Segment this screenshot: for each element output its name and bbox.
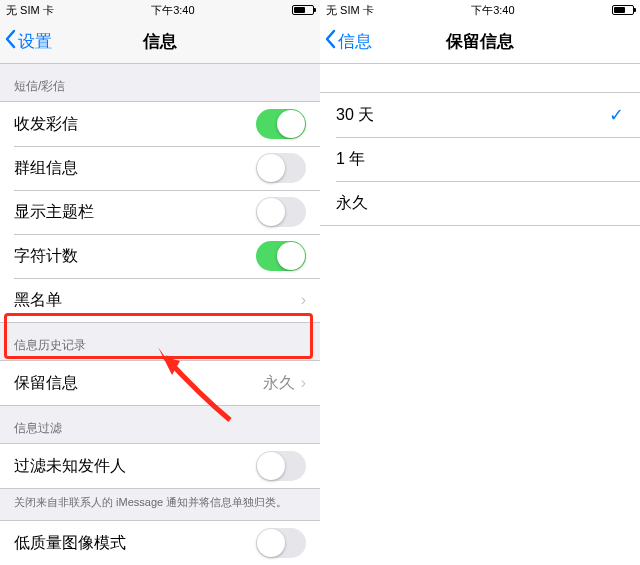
nav-bar: 设置 信息 (0, 20, 320, 64)
toggle[interactable] (256, 109, 306, 139)
carrier-text: 无 SIM 卡 (326, 3, 374, 18)
carrier-text: 无 SIM 卡 (6, 3, 54, 18)
cell-filter-unknown[interactable]: 过滤未知发件人 (0, 444, 320, 488)
cell-lowquality[interactable]: 低质量图像模式 (0, 521, 320, 565)
battery-indicator (292, 5, 314, 15)
toggle[interactable] (256, 153, 306, 183)
cell-subject[interactable]: 显示主题栏 (0, 190, 320, 234)
section-footer-filter: 关闭来自非联系人的 iMessage 通知并将信息单独归类。 (0, 489, 320, 520)
option-label: 1 年 (336, 149, 365, 170)
cell-group-sms: 收发彩信 群组信息 显示主题栏 字符计数 黑名单 › (0, 101, 320, 323)
time-text: 下午3:40 (471, 3, 514, 18)
toggle[interactable] (256, 197, 306, 227)
option-label: 永久 (336, 193, 368, 214)
cell-label: 字符计数 (14, 246, 78, 267)
chevron-left-icon (4, 29, 16, 54)
cell-blocklist[interactable]: 黑名单 › (0, 278, 320, 322)
option-label: 30 天 (336, 105, 374, 126)
time-text: 下午3:40 (151, 3, 194, 18)
nav-bar: 信息 保留信息 (320, 20, 640, 64)
back-label: 信息 (338, 30, 372, 53)
cell-group-msg[interactable]: 群组信息 (0, 146, 320, 190)
section-header-sms: 短信/彩信 (0, 64, 320, 101)
status-bar: 无 SIM 卡 下午3:40 (0, 0, 320, 20)
cell-label: 过滤未知发件人 (14, 456, 126, 477)
cell-charcount[interactable]: 字符计数 (0, 234, 320, 278)
cell-label: 群组信息 (14, 158, 78, 179)
cell-value: 永久 (263, 373, 295, 394)
back-button[interactable]: 设置 (0, 29, 52, 54)
cell-label: 收发彩信 (14, 114, 78, 135)
option-group: 30 天 ✓ 1 年 永久 (320, 92, 640, 226)
battery-indicator (612, 5, 634, 15)
cell-label: 显示主题栏 (14, 202, 94, 223)
checkmark-icon: ✓ (609, 104, 624, 126)
cell-label: 保留信息 (14, 373, 78, 394)
toggle[interactable] (256, 241, 306, 271)
chevron-left-icon (324, 29, 336, 54)
section-header-filter: 信息过滤 (0, 406, 320, 443)
cell-keep-messages[interactable]: 保留信息 永久 › (0, 361, 320, 405)
status-bar: 无 SIM 卡 下午3:40 (320, 0, 640, 20)
cell-mms[interactable]: 收发彩信 (0, 102, 320, 146)
phone-right: 无 SIM 卡 下午3:40 信息 保留信息 30 天 ✓ 1 年 永久 (320, 0, 640, 565)
cell-group-lowq: 低质量图像模式 (0, 520, 320, 565)
back-label: 设置 (18, 30, 52, 53)
cell-group-history: 保留信息 永久 › (0, 360, 320, 406)
cell-label: 黑名单 (14, 290, 62, 311)
phone-left: 无 SIM 卡 下午3:40 设置 信息 短信/彩信 收发彩信 群组信息 显示主… (0, 0, 320, 565)
option-30days[interactable]: 30 天 ✓ (320, 93, 640, 137)
toggle[interactable] (256, 451, 306, 481)
cell-label: 低质量图像模式 (14, 533, 126, 554)
chevron-right-icon: › (301, 374, 306, 392)
toggle[interactable] (256, 528, 306, 558)
section-header-history: 信息历史记录 (0, 323, 320, 360)
option-forever[interactable]: 永久 (320, 181, 640, 225)
option-1year[interactable]: 1 年 (320, 137, 640, 181)
cell-group-filter: 过滤未知发件人 (0, 443, 320, 489)
back-button[interactable]: 信息 (320, 29, 372, 54)
chevron-right-icon: › (301, 291, 306, 309)
